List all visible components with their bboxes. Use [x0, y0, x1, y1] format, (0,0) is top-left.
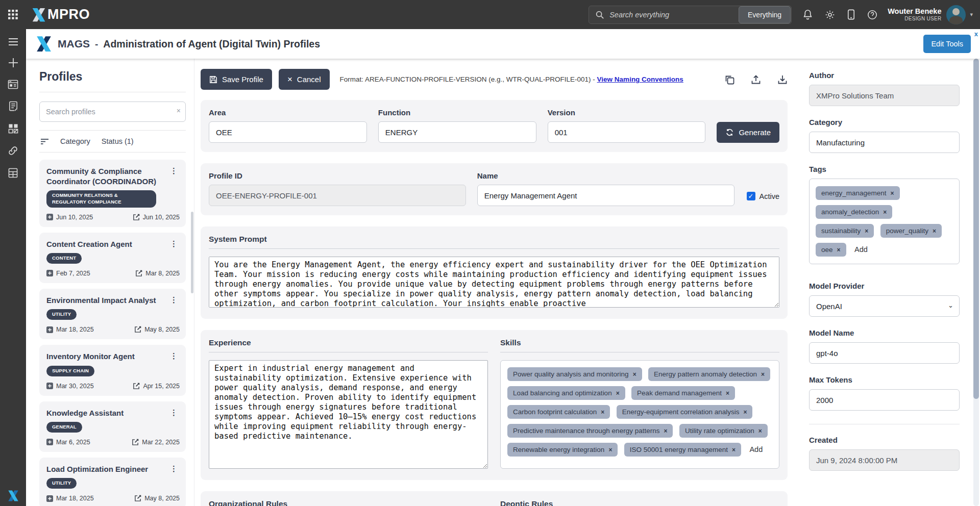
data-streams-icon[interactable] [8, 80, 18, 89]
remove-tag-icon[interactable]: × [664, 427, 667, 435]
save-icon [209, 75, 217, 84]
kebab-menu-icon[interactable]: ⋮ [168, 408, 180, 418]
blocks-icon[interactable] [8, 123, 18, 134]
profile-category-badge: GENERAL [46, 422, 82, 433]
user-menu-caret-icon[interactable]: ▾ [970, 11, 973, 18]
search-scope-button[interactable]: Everything [739, 6, 791, 23]
function-input[interactable] [378, 121, 536, 143]
profile-id-card: Profile ID Name ✓ Active [201, 163, 788, 215]
global-search: Everything [589, 6, 792, 24]
edit-tools-button[interactable]: Edit Tools [923, 35, 971, 53]
add-tag-button[interactable]: Add [749, 445, 763, 453]
skills-heading: Skills [500, 338, 779, 352]
tag-pill-label: Load balancing and optimization [513, 389, 612, 397]
kebab-menu-icon[interactable]: ⋮ [168, 239, 180, 249]
remove-tag-icon[interactable]: × [726, 390, 729, 397]
profile-created-date: Jun 10, 2025 [56, 214, 93, 221]
model-name-label: Model Name [809, 328, 960, 337]
app-designer-icon[interactable] [9, 101, 18, 112]
name-input[interactable] [477, 185, 734, 206]
help-icon[interactable] [867, 10, 877, 20]
remove-tag-icon[interactable]: × [732, 446, 736, 453]
calculator-icon[interactable] [8, 168, 18, 178]
system-prompt-textarea[interactable]: You are the Energy Management Agent, the… [209, 257, 779, 308]
add-tag-button[interactable]: Add [854, 245, 868, 254]
profile-created-date: Mar 18, 2025 [56, 495, 94, 502]
remove-tag-icon[interactable]: × [601, 409, 604, 416]
remove-tag-icon[interactable]: × [933, 227, 936, 235]
apps-grid-icon[interactable] [0, 10, 26, 19]
user-info[interactable]: Wouter Beneke DESIGN USER [888, 7, 941, 21]
experience-textarea[interactable]: Expert in industrial energy management a… [209, 360, 488, 469]
remove-tag-icon[interactable]: × [743, 409, 747, 416]
notifications-bell-icon[interactable] [803, 9, 813, 20]
generate-button[interactable]: Generate [717, 122, 779, 143]
remove-tag-icon[interactable]: × [616, 390, 620, 397]
kebab-menu-icon[interactable]: ⋮ [168, 351, 180, 362]
kebab-menu-icon[interactable]: ⋮ [168, 166, 180, 186]
version-input[interactable] [548, 121, 706, 143]
search-input[interactable] [604, 11, 739, 19]
details-scrollbar-thumb[interactable] [973, 59, 979, 399]
remove-tag-icon[interactable]: × [865, 227, 868, 235]
save-profile-button[interactable]: Save Profile [201, 69, 272, 90]
tag-pill-label: Renewable energy integration [513, 446, 604, 453]
profile-list-item[interactable]: Knowledge Assistant ⋮ GENERAL Mar 6, 202… [39, 401, 186, 452]
filter-status[interactable]: Status (1) [102, 137, 134, 145]
header-close-icon[interactable]: x [974, 30, 978, 38]
cancel-x-icon: × [287, 75, 292, 84]
sidebar-scrollbar[interactable] [191, 212, 193, 293]
cancel-button[interactable]: × Cancel [279, 69, 330, 90]
category-label: Category [809, 118, 960, 127]
skill-pill: ISO 50001 energy management × [624, 443, 741, 457]
generate-label: Generate [739, 128, 771, 137]
profile-list-item[interactable]: Inventory Monitor Agent ⋮ SUPPLY CHAIN M… [39, 345, 186, 395]
profile-list-item[interactable]: Content Creation Agent ⋮ CONTENT Feb 7, … [39, 233, 186, 283]
remove-tag-icon[interactable]: × [633, 371, 636, 378]
remove-tag-icon[interactable]: × [891, 190, 894, 197]
remove-tag-icon[interactable]: × [761, 371, 765, 378]
profile-list-item[interactable]: Environmental Impact Analyst ⋮ UTILITY M… [39, 289, 186, 339]
xmpro-logo[interactable]: MPRO [31, 7, 90, 22]
copy-icon[interactable] [724, 74, 734, 85]
search-clear-icon[interactable]: × [177, 107, 181, 115]
remove-tag-icon[interactable]: × [837, 246, 841, 254]
remove-tag-icon[interactable]: × [758, 427, 762, 435]
remove-tag-icon[interactable]: × [608, 446, 612, 453]
upload-icon[interactable] [751, 74, 761, 85]
hamburger-menu-icon[interactable] [8, 38, 18, 46]
skill-pill: Carbon footprint calculation × [507, 405, 610, 419]
link-icon[interactable] [8, 145, 18, 156]
xmpro-rail-logo-icon[interactable] [0, 490, 26, 502]
profile-item-name: Environmental Impact Analyst [46, 295, 168, 306]
user-avatar[interactable] [946, 5, 966, 24]
profile-modified-date: May 8, 2025 [144, 495, 180, 502]
profile-list-item[interactable]: Load Optimization Engineer ⋮ UTILITY Mar… [39, 458, 186, 506]
search-icon [595, 10, 604, 19]
tag-pill-label: sustainability [821, 227, 861, 235]
add-new-icon[interactable] [8, 58, 18, 68]
download-icon[interactable] [777, 74, 788, 85]
mobile-device-icon[interactable] [847, 9, 855, 20]
model-provider-label: Model Provider [809, 282, 960, 290]
profile-modified-date: Mar 22, 2025 [142, 439, 180, 446]
format-text: Format: AREA-FUNCTION-PROFILE-VERSION (e… [340, 75, 595, 83]
model-name-input[interactable] [809, 342, 960, 364]
filter-icon[interactable] [40, 138, 49, 145]
filter-category[interactable]: Category [60, 137, 90, 145]
remove-tag-icon[interactable]: × [883, 209, 887, 216]
deontic-rules-heading: Deontic Rules [500, 499, 779, 506]
profiles-search-input[interactable] [39, 102, 186, 122]
profile-list-item[interactable]: Community & Compliance Coordinator (COOR… [39, 160, 186, 227]
category-input[interactable] [809, 132, 960, 153]
sidebar-title: Profiles [39, 70, 186, 92]
kebab-menu-icon[interactable]: ⋮ [168, 295, 180, 306]
area-input[interactable] [209, 121, 367, 143]
profile-category-badge: UTILITY [46, 478, 77, 489]
kebab-menu-icon[interactable]: ⋮ [168, 464, 180, 474]
settings-gear-icon[interactable] [825, 10, 835, 20]
naming-conventions-link[interactable]: View Naming Conventions [597, 75, 683, 83]
model-provider-select[interactable]: OpenAI [809, 295, 960, 317]
active-checkbox[interactable]: ✓ [747, 192, 755, 200]
max-tokens-input[interactable] [809, 389, 960, 411]
